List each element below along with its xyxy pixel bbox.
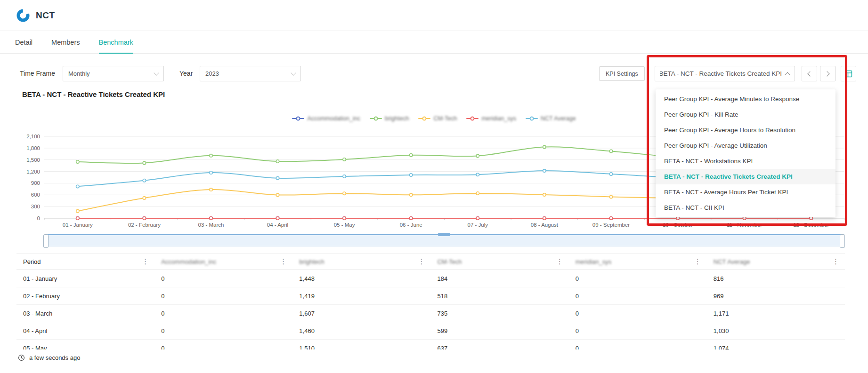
data-point-marker [609,150,612,152]
data-point-marker [143,197,146,199]
svg-text:11 - November: 11 - November [727,222,762,228]
table-cell: 184 [430,270,568,287]
data-zoom-right-handle[interactable] [840,234,845,248]
app-title: NCT [36,10,55,21]
column-menu-icon[interactable]: ⋮ [694,257,701,266]
tab-detail[interactable]: Detail [15,31,32,53]
column-header-label: Accommodation_inc [161,258,216,265]
data-point-marker [276,217,279,220]
table-cell: 05 - May [16,340,154,349]
data-point-marker [343,192,346,195]
data-point-marker [476,217,479,220]
table-cell: 0 [154,322,292,339]
table-cell: 0 [154,270,292,287]
legend-label: CM-Tech [433,115,457,122]
svg-text:12 - December: 12 - December [793,222,829,228]
legend-line-marker [466,118,479,119]
legend-label: Accommodation_inc [307,115,360,122]
legend-dot-marker [296,117,300,121]
data-point-marker [143,161,146,164]
kpi-dropdown-item[interactable]: BETA - NCT - Reactive Tickets Created KP… [656,169,836,184]
legend-item[interactable]: brightech [370,115,409,122]
kpi-dropdown-item[interactable]: Peer Group KPI - Average Utilization [656,138,836,153]
column-header-redacted: meridian_sys⋮ [569,254,707,270]
column-menu-icon[interactable]: ⋮ [142,257,149,266]
table-cell: 969 [707,287,845,304]
table-cell: 1,460 [292,322,430,339]
tab-members[interactable]: Members [51,31,80,53]
svg-text:04 - April: 04 - April [267,222,288,228]
column-header-redacted: brightech⋮ [292,254,430,270]
next-kpi-button[interactable] [820,66,836,81]
table-cell: 01 - January [16,270,154,287]
column-menu-icon[interactable]: ⋮ [280,257,287,266]
benchmark-page: NCT Detail Members Benchmark Time Frame … [0,0,868,373]
svg-text:600: 600 [31,192,40,198]
kpi-dropdown-item[interactable]: BETA - NCT - CII KPI [656,200,836,215]
table-row: 02 - February01,4195180969 [16,287,845,305]
legend-label: NCT Average [541,115,576,122]
chevron-up-icon [785,72,790,77]
data-point-marker [343,175,346,178]
column-menu-icon[interactable]: ⋮ [418,257,425,266]
legend-item[interactable]: Accommodation_inc [292,115,360,122]
data-point-marker [609,173,612,175]
export-table-button[interactable] [841,66,856,81]
legend-dot-marker [471,117,475,121]
svg-text:2,100: 2,100 [26,134,40,139]
legend-item[interactable]: NCT Average [526,115,576,122]
legend-label: brightech [385,115,409,122]
table-cell: 0 [569,305,707,322]
last-updated-text: a few seconds ago [29,354,80,361]
data-zoom-left-handle[interactable] [43,234,49,248]
table-cell: 816 [707,270,845,287]
kpi-settings-button[interactable]: KPI Settings [599,66,645,81]
previous-kpi-button[interactable] [802,66,817,81]
kpi-select[interactable]: BETA - NCT - Reactive Tickets Created KP… [655,66,795,81]
legend-item[interactable]: CM-Tech [418,115,457,122]
legend-dot-marker [373,117,378,121]
svg-text:07 - July: 07 - July [468,222,488,228]
kpi-dropdown-item[interactable]: Peer Group KPI - Kill Rate [656,107,836,122]
svg-text:01 - January: 01 - January [63,222,93,228]
table-cell: 0 [154,305,292,322]
data-point-marker [143,217,146,220]
table-row: 01 - January01,4481840816 [16,270,845,287]
table-cell: 599 [430,322,568,339]
svg-text:300: 300 [31,204,40,209]
data-point-marker [609,217,612,220]
year-select[interactable]: 2023 [200,66,301,81]
data-zoom-move-handle[interactable] [438,233,450,236]
column-header-label: CM-Tech [437,258,462,265]
kpi-dropdown-item[interactable]: BETA - NCT - Average Hours Per Ticket KP… [656,184,836,200]
kpi-dropdown-item[interactable]: Peer Group KPI - Average Minutes to Resp… [656,91,836,107]
legend-item[interactable]: meridian_sys [466,115,516,122]
column-menu-icon[interactable]: ⋮ [832,257,839,266]
chevron-down-icon [154,70,159,75]
kpi-dropdown-item[interactable]: Peer Group KPI - Average Hours to Resolu… [656,122,836,138]
column-header-label: brightech [299,258,324,265]
table-cell: 04 - April [16,322,154,339]
svg-text:1,500: 1,500 [26,157,40,163]
column-header-label: Period [23,258,41,265]
table-row: 04 - April01,46059901,030 [16,322,845,340]
table-cell: 1,171 [707,305,845,322]
data-point-marker [476,154,479,157]
kpi-select-value: BETA - NCT - Reactive Tickets Created KP… [660,70,782,77]
table-cell: 0 [154,340,292,349]
kpi-dropdown-item[interactable]: BETA - NCT - Workstations KPI [656,153,836,169]
data-point-marker [343,217,346,220]
data-point-marker [76,217,79,220]
table-cell: 1,030 [707,322,845,339]
column-header-redacted: NCT Average⋮ [707,254,845,270]
last-updated-status: a few seconds ago [18,354,80,361]
data-zoom-slider[interactable] [45,234,844,246]
data-point-marker [410,174,413,176]
column-menu-icon[interactable]: ⋮ [556,257,563,266]
svg-text:06 - June: 06 - June [400,222,422,228]
time-frame-select[interactable]: Monthly [63,66,164,81]
svg-text:1,800: 1,800 [26,145,40,151]
table-cell: 1,510 [292,340,430,349]
data-point-marker [343,158,346,161]
tab-benchmark[interactable]: Benchmark [99,31,133,53]
